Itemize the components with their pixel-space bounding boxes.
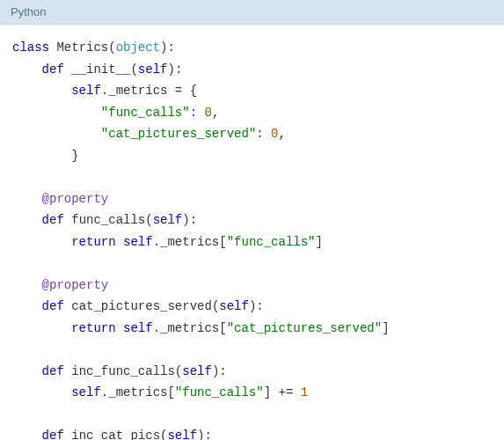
keyword-def: def bbox=[42, 364, 64, 378]
bracket: ] bbox=[316, 235, 323, 249]
string: "func_calls" bbox=[175, 385, 264, 400]
func-name-init: __init__ bbox=[71, 62, 130, 77]
keyword-return: return bbox=[71, 235, 115, 249]
keyword-def: def bbox=[42, 429, 64, 440]
colon: : bbox=[175, 62, 182, 77]
self: self bbox=[182, 364, 212, 378]
self: self bbox=[167, 429, 197, 440]
paren: ( bbox=[175, 364, 182, 378]
self: self bbox=[71, 84, 101, 98]
code-block: class Metrics(object): def __init__(self… bbox=[0, 25, 504, 440]
colon: : bbox=[204, 429, 211, 440]
keyword-def: def bbox=[42, 213, 64, 227]
brace: { bbox=[190, 84, 197, 98]
base-class: object bbox=[116, 40, 160, 55]
self: self bbox=[123, 235, 153, 249]
colon: : bbox=[190, 213, 197, 227]
self: self bbox=[123, 321, 153, 335]
code-header: Python bbox=[0, 0, 504, 25]
comma: , bbox=[212, 106, 219, 120]
dict-key: "cat_pictures_served" bbox=[101, 127, 256, 141]
attr-metrics: ._metrics bbox=[153, 321, 220, 335]
dict-key: "func_calls" bbox=[101, 106, 190, 120]
keyword-def: def bbox=[42, 299, 64, 313]
self: self bbox=[153, 213, 183, 227]
attr-metrics: ._metrics bbox=[101, 385, 168, 400]
number: 1 bbox=[301, 385, 308, 400]
string: "func_calls" bbox=[227, 235, 316, 249]
paren: ) bbox=[167, 62, 174, 77]
colon: : bbox=[256, 127, 263, 141]
colon: : bbox=[219, 364, 226, 378]
paren: ( bbox=[130, 62, 137, 77]
keyword-class: class bbox=[12, 40, 49, 55]
colon: : bbox=[167, 40, 174, 55]
keyword-return: return bbox=[71, 321, 115, 335]
equals: = bbox=[167, 84, 189, 98]
func-name: inc_cat_pics bbox=[71, 429, 160, 440]
paren: ( bbox=[108, 40, 115, 55]
colon: : bbox=[256, 299, 263, 313]
bracket: ] bbox=[264, 385, 271, 400]
comma: , bbox=[278, 127, 285, 141]
func-name: inc_func_calls bbox=[71, 364, 175, 378]
bracket: [ bbox=[219, 321, 226, 335]
decorator: @property bbox=[42, 278, 109, 292]
keyword-def: def bbox=[42, 62, 64, 77]
plus-equals: += bbox=[271, 385, 301, 400]
colon: : bbox=[190, 106, 197, 120]
brace: } bbox=[71, 149, 78, 163]
bracket: ] bbox=[382, 321, 389, 335]
self: self bbox=[71, 385, 101, 400]
func-name: func_calls bbox=[71, 213, 145, 227]
self: self bbox=[219, 299, 249, 313]
attr-metrics: ._metrics bbox=[153, 235, 220, 249]
bracket: [ bbox=[167, 385, 174, 400]
attr-metrics: ._metrics bbox=[101, 84, 168, 98]
paren: ( bbox=[145, 213, 152, 227]
func-name: cat_pictures_served bbox=[71, 299, 212, 313]
self: self bbox=[138, 62, 168, 77]
string: "cat_pictures_served" bbox=[227, 321, 382, 335]
class-name: Metrics bbox=[56, 40, 108, 55]
language-label: Python bbox=[11, 5, 46, 18]
bracket: [ bbox=[219, 235, 226, 249]
decorator: @property bbox=[42, 192, 109, 206]
number: 0 bbox=[204, 106, 211, 120]
paren: ) bbox=[182, 213, 189, 227]
